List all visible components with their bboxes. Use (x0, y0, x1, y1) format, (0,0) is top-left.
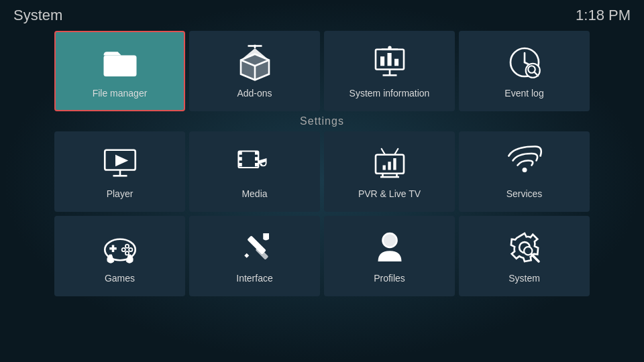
games-icon (101, 229, 139, 266)
services-icon (506, 144, 543, 182)
settings-label: Settings (0, 115, 644, 127)
svg-rect-22 (238, 152, 241, 155)
top-row: File manager Add-ons (0, 31, 644, 111)
svg-rect-36 (393, 158, 396, 170)
tile-interface-label: Interface (236, 273, 272, 284)
tile-file-manager[interactable]: File manager (54, 31, 185, 111)
tile-system-information[interactable]: System information (324, 31, 455, 111)
pvr-live-tv-icon (371, 144, 409, 182)
settings-grid: Player (0, 131, 644, 296)
svg-rect-5 (387, 53, 391, 66)
svg-rect-6 (394, 59, 398, 66)
tile-player[interactable]: Player (54, 131, 185, 212)
header: System 1:18 PM (0, 0, 644, 31)
svg-marker-46 (244, 253, 249, 258)
clock: 1:18 PM (576, 7, 631, 24)
main-content: System 1:18 PM File manager (0, 0, 644, 362)
system-information-icon (371, 44, 409, 81)
svg-rect-34 (382, 166, 385, 170)
media-icon (236, 144, 274, 182)
interface-icon (236, 229, 274, 266)
tile-services-label: Services (506, 188, 543, 199)
tile-profiles[interactable]: Profiles (324, 216, 455, 296)
svg-rect-4 (380, 56, 384, 66)
svg-rect-23 (238, 157, 241, 160)
tile-games[interactable]: Games (54, 216, 185, 296)
svg-rect-40 (111, 245, 114, 253)
tile-media-label: Media (241, 188, 267, 199)
file-manager-icon (101, 44, 139, 81)
tile-services[interactable]: Services (459, 131, 590, 212)
svg-rect-26 (255, 157, 258, 160)
tile-player-label: Player (107, 188, 133, 199)
svg-rect-35 (388, 162, 390, 170)
tile-pvr-live-tv[interactable]: PVR & Live TV (324, 131, 455, 212)
tile-add-ons[interactable]: Add-ons (189, 31, 320, 111)
svg-rect-24 (238, 163, 241, 166)
tile-event-log[interactable]: Event log (459, 31, 590, 111)
tile-profiles-label: Profiles (374, 273, 405, 284)
svg-point-49 (382, 233, 396, 247)
player-icon (101, 144, 139, 182)
tile-event-log-label: Event log (504, 88, 543, 99)
svg-marker-18 (115, 155, 128, 167)
svg-point-37 (522, 168, 527, 172)
svg-rect-27 (255, 163, 258, 166)
tile-system-label: System (508, 273, 540, 284)
svg-point-41 (125, 245, 128, 248)
svg-point-52 (524, 247, 532, 255)
settings-row-2: Games Interface (44, 216, 600, 296)
tile-file-manager-label: File manager (93, 88, 148, 99)
svg-point-42 (129, 248, 132, 251)
tile-system[interactable]: System (459, 216, 590, 296)
profiles-icon (371, 229, 409, 266)
tile-system-information-label: System information (350, 88, 430, 99)
tile-media[interactable]: Media (189, 131, 320, 212)
tile-add-ons-label: Add-ons (237, 88, 272, 99)
settings-row-1: Player (44, 131, 600, 212)
tile-interface[interactable]: Interface (189, 216, 320, 296)
svg-point-44 (121, 248, 125, 251)
event-log-icon (506, 44, 543, 81)
svg-point-10 (388, 46, 391, 50)
add-ons-icon (236, 44, 274, 81)
tile-pvr-live-tv-label: PVR & Live TV (358, 188, 421, 199)
svg-rect-0 (103, 56, 136, 77)
tile-games-label: Games (105, 273, 135, 284)
page-title: System (13, 7, 62, 24)
system-icon (506, 229, 543, 266)
svg-rect-25 (255, 152, 258, 155)
